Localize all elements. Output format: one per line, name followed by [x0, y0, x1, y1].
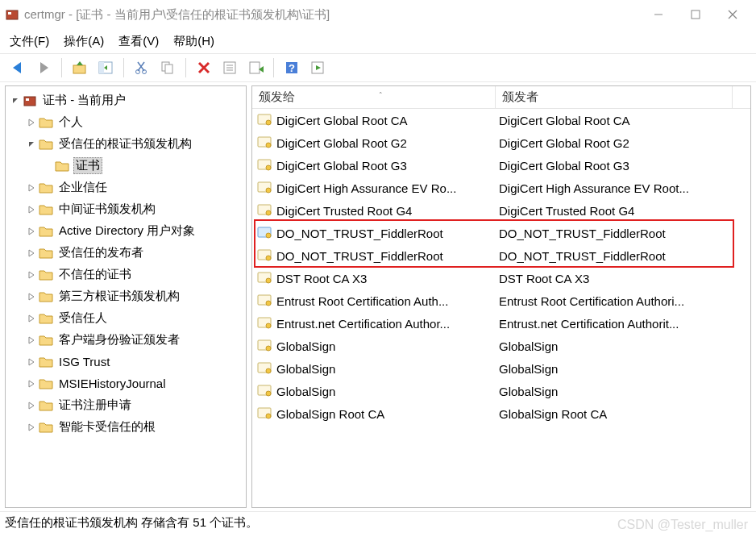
svg-marker-62 — [39, 423, 52, 432]
svg-point-76 — [266, 256, 271, 260]
expand-arrow-open-icon[interactable] — [25, 138, 38, 151]
svg-point-82 — [266, 323, 271, 328]
certificate-icon — [257, 203, 273, 218]
list-item[interactable]: DO_NOT_TRUST_FiddlerRootDO_NOT_TRUST_Fid… — [252, 222, 750, 244]
menu-view[interactable]: 查看(V) — [118, 34, 159, 49]
tree-item[interactable]: 证书 — [7, 155, 244, 177]
tree-item[interactable]: 企业信任 — [7, 177, 244, 198]
column-header-issuer[interactable]: 颁发者 — [496, 86, 733, 108]
folder-icon — [38, 289, 54, 305]
expand-arrow-closed-icon[interactable] — [25, 334, 38, 347]
delete-button[interactable] — [193, 56, 215, 79]
expand-arrow-open-icon[interactable] — [9, 94, 22, 107]
tree-item[interactable]: 受信任的发布者 — [7, 242, 244, 264]
export-list-button[interactable] — [244, 56, 267, 79]
expand-arrow-closed-icon[interactable] — [25, 181, 38, 194]
expand-arrow-closed-icon[interactable] — [25, 356, 38, 368]
list-item[interactable]: DigiCert Global Root CADigiCert Global R… — [252, 109, 750, 131]
expand-arrow-closed-icon[interactable] — [25, 290, 38, 303]
tree-item[interactable]: 智能卡受信任的根 — [7, 416, 244, 438]
tree-item[interactable]: 证书注册申请 — [7, 394, 244, 416]
list-item[interactable]: DigiCert High Assurance EV Ro...DigiCert… — [252, 177, 750, 199]
folder-icon — [38, 180, 54, 196]
tree-item[interactable]: Active Directory 用户对象 — [7, 220, 244, 242]
show-hide-tree-button[interactable] — [94, 56, 117, 79]
tree-item[interactable]: MSIEHistoryJournal — [7, 373, 244, 394]
svg-marker-37 — [39, 140, 52, 149]
list-item[interactable]: GlobalSignGlobalSign — [252, 335, 750, 357]
help-button[interactable]: ? — [280, 56, 303, 79]
cell-issuer: DigiCert Global Root G2 — [496, 136, 750, 150]
tree-item[interactable]: 中间证书颁发机构 — [7, 198, 244, 220]
svg-marker-57 — [29, 381, 34, 387]
copy-button[interactable] — [156, 56, 179, 79]
list-item[interactable]: GlobalSignGlobalSign — [252, 380, 750, 402]
maximize-button[interactable] — [677, 2, 714, 27]
tree-item[interactable]: 客户端身份验证颁发者 — [7, 329, 244, 351]
cell-issued-to: GlobalSign — [276, 362, 335, 376]
cell-issued-to: DST Root CA X3 — [276, 272, 367, 285]
forward-button[interactable] — [32, 56, 55, 79]
expand-arrow-closed-icon[interactable] — [25, 247, 38, 260]
cell-issued-to: DigiCert Global Root G2 — [276, 136, 407, 150]
cell-issuer: GlobalSign — [496, 385, 750, 398]
list-item[interactable]: DigiCert Global Root G3DigiCert Global R… — [252, 154, 750, 177]
folder-icon — [38, 136, 54, 152]
back-button[interactable] — [6, 56, 29, 79]
svg-point-72 — [266, 210, 271, 215]
list-item[interactable]: DO_NOT_TRUST_FiddlerRootDO_NOT_TRUST_Fid… — [252, 244, 750, 267]
expand-arrow-closed-icon[interactable] — [25, 203, 38, 216]
tree-item-label: 证书 - 当前用户 — [41, 93, 127, 108]
cell-issued-to: GlobalSign — [276, 339, 335, 353]
expand-arrow-closed-icon[interactable] — [25, 421, 38, 434]
tree-item[interactable]: 证书 - 当前用户 — [7, 90, 244, 111]
svg-point-64 — [266, 120, 271, 125]
certificate-icon — [257, 248, 273, 263]
tree-item[interactable]: 第三方根证书颁发机构 — [7, 285, 244, 307]
menu-action[interactable]: 操作(A) — [64, 34, 104, 49]
cell-issued-to: Entrust.net Certification Author... — [276, 317, 450, 331]
expand-arrow-closed-icon[interactable] — [25, 399, 38, 412]
svg-point-74 — [266, 233, 271, 238]
svg-marker-49 — [29, 293, 34, 300]
list-item[interactable]: DigiCert Trusted Root G4DigiCert Trusted… — [252, 199, 750, 222]
list-item[interactable]: Entrust.net Certification Author...Entru… — [252, 312, 750, 335]
svg-marker-42 — [39, 206, 52, 214]
certificate-icon — [257, 226, 273, 240]
certificate-icon — [257, 406, 273, 421]
svg-point-70 — [266, 188, 271, 193]
tree-item[interactable]: 受信任的根证书颁发机构 — [7, 133, 244, 155]
tree-item[interactable]: 个人 — [7, 111, 244, 133]
up-one-level-button[interactable] — [69, 56, 91, 79]
column-header-issued-to[interactable]: 颁发给 ˄ — [252, 86, 496, 108]
toolbar: ? — [0, 53, 756, 82]
tree-item[interactable]: 受信任人 — [7, 307, 244, 329]
properties-button[interactable] — [218, 56, 241, 79]
menu-help[interactable]: 帮助(H) — [173, 34, 214, 49]
expand-arrow-closed-icon[interactable] — [25, 116, 38, 129]
list-body[interactable]: DigiCert Global Root CADigiCert Global R… — [252, 109, 750, 507]
svg-marker-6 — [13, 62, 21, 73]
list-item[interactable]: GlobalSign Root CAGlobalSign Root CA — [252, 402, 750, 425]
cut-button[interactable] — [131, 56, 153, 79]
svg-marker-41 — [29, 206, 34, 213]
expand-arrow-closed-icon[interactable] — [25, 312, 38, 325]
close-button[interactable] — [714, 2, 751, 27]
expand-arrow-closed-icon[interactable] — [25, 225, 38, 238]
tree-item[interactable]: 不信任的证书 — [7, 264, 244, 285]
refresh-button[interactable] — [306, 56, 329, 79]
tree-view[interactable]: 证书 - 当前用户个人受信任的根证书颁发机构证书企业信任中间证书颁发机构Acti… — [6, 86, 246, 507]
cell-issuer: GlobalSign — [496, 339, 750, 353]
expand-arrow-closed-icon[interactable] — [25, 377, 38, 390]
expand-arrow-closed-icon[interactable] — [25, 268, 38, 281]
certificate-icon — [257, 158, 273, 173]
tree-item[interactable]: ISG Trust — [7, 351, 244, 373]
menu-file[interactable]: 文件(F) — [10, 34, 49, 49]
cell-issuer: DigiCert Trusted Root G4 — [496, 204, 750, 218]
minimize-button[interactable] — [640, 2, 677, 27]
list-item[interactable]: GlobalSignGlobalSign — [252, 357, 750, 380]
list-item[interactable]: Entrust Root Certification Auth...Entrus… — [252, 289, 750, 312]
list-item[interactable]: DigiCert Global Root G2DigiCert Global R… — [252, 131, 750, 154]
list-item[interactable]: DST Root CA X3DST Root CA X3 — [252, 267, 750, 289]
svg-marker-55 — [29, 359, 34, 365]
